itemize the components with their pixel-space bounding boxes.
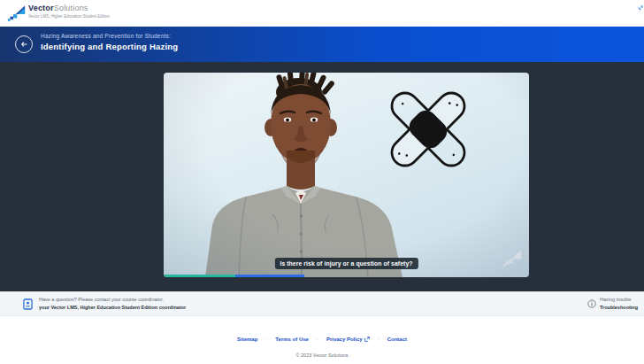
lesson-title: Identifying and Reporting Hazing [41, 42, 178, 51]
vector-solutions-logo[interactable]: VectorSolutions Vector LMS, Higher Educa… [7, 4, 110, 23]
logo-tagline: Vector LMS, Higher Education Student Edi… [28, 14, 110, 19]
back-button[interactable] [15, 35, 33, 53]
footer-link-sitemap[interactable]: Sitemap [237, 337, 257, 342]
footer-link-privacy[interactable]: Privacy Policy [326, 337, 370, 342]
trouble-block: Having trouble Troubleshooting [587, 297, 638, 310]
footer-link-terms[interactable]: Terms of Use [275, 337, 309, 342]
footer-separator: · [265, 337, 267, 342]
top-bar: VectorSolutions Vector LMS, Higher Educa… [0, 0, 644, 27]
logo-wordmark: VectorSolutions [28, 4, 110, 12]
help-question-text: Have a question? Please contact your cou… [39, 297, 186, 302]
footer-links: Sitemap · Terms of Use · Privacy Policy … [0, 337, 644, 342]
page-footer: Sitemap · Terms of Use · Privacy Policy … [0, 316, 644, 364]
closed-caption: Is there risk of injury or a question of… [274, 258, 418, 270]
partial-corner-icon [637, 4, 644, 13]
footer-separator: · [378, 337, 380, 342]
progress-buffered [235, 275, 304, 278]
help-bar: Have a question? Please contact your cou… [0, 291, 644, 316]
video-progress-bar[interactable] [164, 275, 529, 278]
footer-link-contact[interactable]: Contact [387, 337, 407, 342]
course-header: Hazing Awareness and Prevention for Stud… [0, 27, 644, 62]
copyright-text: © 2023 Vector Solutions [0, 352, 644, 358]
arrow-left-icon [19, 39, 29, 50]
player-stage: Is there risk of injury or a question of… [0, 62, 644, 291]
contact-icon [23, 298, 33, 310]
course-supertitle: Hazing Awareness and Prevention for Stud… [41, 33, 178, 39]
coordinator-text: your Vector LMS, Higher Education Studen… [39, 305, 186, 310]
video-vignette [164, 73, 529, 277]
trouble-text: Having trouble [600, 297, 638, 302]
external-link-icon [364, 337, 370, 342]
info-icon [587, 299, 596, 308]
progress-played [164, 275, 235, 278]
vector-arrow-logo-icon [7, 5, 26, 23]
footer-separator: · [317, 337, 318, 342]
troubleshooting-link[interactable]: Troubleshooting [600, 305, 638, 310]
video-player[interactable]: Is there risk of injury or a question of… [164, 73, 529, 277]
